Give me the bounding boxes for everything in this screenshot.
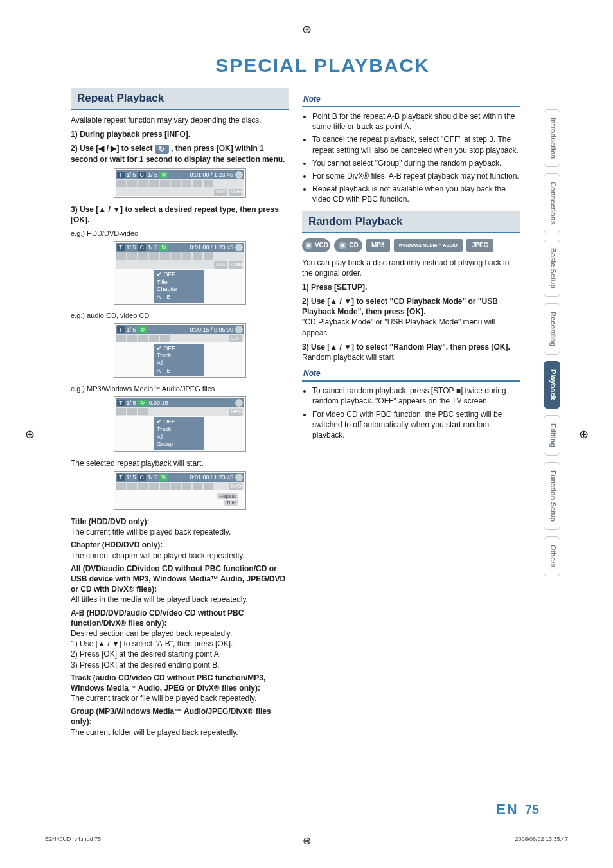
chapter-mode-text: The current chapter will be played back … xyxy=(71,551,245,560)
ab-mode-text3: 3) Press [OK] at the desired ending poin… xyxy=(71,660,219,669)
section-header-random: Random Playback xyxy=(302,211,520,233)
notes-list-bottom: To cancel random playback, press [STOP ■… xyxy=(302,385,520,440)
step-3: 3) Use [▲ / ▼] to select a desired repea… xyxy=(71,205,279,224)
footer-file: E2H40UD_v4.indd 75 xyxy=(45,836,101,842)
tab-recording[interactable]: Recording xyxy=(544,303,560,355)
tab-editing[interactable]: Editing xyxy=(544,415,560,456)
group-mode-text: The current folder will be played back r… xyxy=(71,728,238,737)
all-mode-text: All titles in the media will be played b… xyxy=(71,595,248,604)
title-mode-text: The current title will be played back re… xyxy=(71,527,231,536)
track-mode-text: The current track or file will be played… xyxy=(71,694,256,703)
title-mode-heading: Title (HDD/DVD only): xyxy=(71,517,149,526)
format-cd: CD xyxy=(334,238,362,252)
note-heading-bottom: Note xyxy=(302,366,520,382)
eg-dvd-label: e.g.) HDD/DVD-video xyxy=(71,229,289,238)
osd-mp3: T1/ 5 ↻ 0:00:15 MP3 OFF Track All Group xyxy=(114,396,246,452)
random-intro: You can play back a disc randomly instea… xyxy=(302,258,520,278)
random-step-2-t: "CD Playback Mode" or "USB Playback Mode… xyxy=(302,317,495,337)
random-step-3-h: 3) Use [▲ / ▼] to select "Random Play", … xyxy=(302,342,510,351)
crop-mark-top: ⊕ xyxy=(299,22,314,37)
page-number: EN75 xyxy=(496,801,539,818)
tab-basic-setup[interactable]: Basic Setup xyxy=(544,240,560,297)
step-2-part-a: 2) Use [ xyxy=(71,144,98,153)
format-mp3: MP3 xyxy=(366,239,390,252)
tab-function-setup[interactable]: Function Setup xyxy=(544,462,560,530)
osd-repeat-title: T1/ 5 C1/ 5 ↻ 0:01:00 / 1:23:45 DVD Repe… xyxy=(114,471,246,510)
all-mode-heading: All (DVD/audio CD/video CD without PBC f… xyxy=(71,564,285,594)
crop-mark-left: ⊕ xyxy=(22,427,37,442)
osd-sample-top: T1/ 5 C1/ 5 ↻ 0:01:00 / 1:23:45 DVDVideo xyxy=(114,168,246,198)
crop-mark-right: ⊕ xyxy=(576,427,591,442)
ab-mode-text1: 1) Use [▲ / ▼] to select "A-B", then pre… xyxy=(71,639,233,648)
repeat-icon: ↻ xyxy=(155,145,169,154)
random-step-2-h: 2) Use [▲ / ▼] to select "CD Playback Mo… xyxy=(302,297,498,316)
step-1: 1) During playback press [INFO]. xyxy=(71,130,190,139)
note-heading-top: Note xyxy=(302,92,520,107)
group-mode-heading: Group (MP3/Windows Media™ Audio/JPEG/Div… xyxy=(71,707,271,726)
format-jpeg: JPEG xyxy=(466,239,494,252)
format-bar: VCD CD MP3 WINDOWS MEDIA™ AUDIO JPEG xyxy=(302,238,520,252)
section-header-repeat: Repeat Playback xyxy=(71,88,289,110)
ab-mode-text2: 2) Press [OK] at the desired starting po… xyxy=(71,650,221,659)
osd-audio-cd: T1/ 5 ↻ 0:00:15 / 0:05:00 CD OFF Track A… xyxy=(114,323,246,378)
format-vcd: VCD xyxy=(302,238,330,252)
step-2-part-b: ] to select xyxy=(116,144,154,153)
footer: ⊕ E2H40UD_v4.indd 75 2008/06/02 13:35:47 xyxy=(0,833,613,845)
random-step-3-t: Random playback will start. xyxy=(302,353,396,362)
ab-mode-text0: Desired section can be played back repea… xyxy=(71,629,232,638)
format-wma: WINDOWS MEDIA™ AUDIO xyxy=(394,239,463,252)
tab-connections[interactable]: Connections xyxy=(544,173,560,233)
tab-playback[interactable]: Playback xyxy=(544,361,560,409)
page-title: SPECIAL PLAYBACK xyxy=(71,55,574,76)
repeat-intro: Available repeat function may vary depen… xyxy=(71,115,289,125)
chapter-mode-heading: Chapter (HDD/DVD only): xyxy=(71,540,163,549)
osd-dvd-video: T1/ 5 C1/ 5 ↻ 0:01:00 / 1:23:45 DVDVideo… xyxy=(114,241,246,305)
crop-mark-bottom: ⊕ xyxy=(303,835,311,847)
selected-start: The selected repeat playback will start. xyxy=(71,458,289,468)
footer-timestamp: 2008/06/02 13:35:47 xyxy=(515,836,568,842)
ab-mode-heading: A-B (HDD/DVD/audio CD/video CD without P… xyxy=(71,608,244,628)
eg-cd-label: e.g.) audio CD, video CD xyxy=(71,311,289,321)
random-step-1: 1) Press [SETUP]. xyxy=(302,283,367,292)
tab-introduction[interactable]: Introduction xyxy=(544,109,560,167)
notes-list-top: Point B for the repeat A-B playback shou… xyxy=(302,111,520,205)
play-indicator-icon xyxy=(235,171,243,179)
tab-others[interactable]: Others xyxy=(544,536,560,576)
eg-mp3-label: e.g.) MP3/Windows Media™ Audio/JPEG file… xyxy=(71,384,289,394)
track-mode-heading: Track (audio CD/video CD without PBC fun… xyxy=(71,673,265,693)
step-2-part-c: , then press [OK] within 1 second or wai… xyxy=(71,144,285,163)
side-tabs: Introduction Connections Basic Setup Rec… xyxy=(544,109,560,576)
